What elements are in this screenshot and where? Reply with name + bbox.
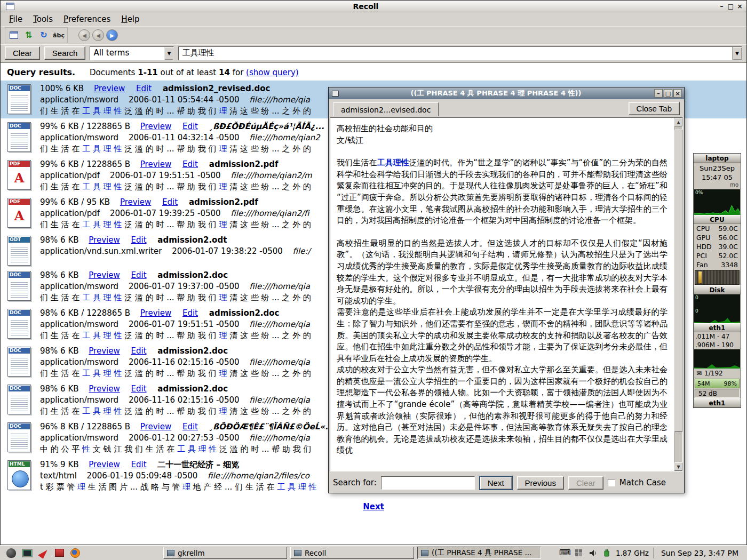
file-type-label: DOC [9, 272, 30, 278]
table-view-button[interactable] [7, 28, 21, 42]
edit-link[interactable]: Edit [131, 460, 147, 469]
preview-link[interactable]: Preview [140, 159, 171, 169]
edit-link[interactable]: Edit [131, 235, 147, 245]
preview-link[interactable]: Preview [94, 84, 125, 93]
keyboard-icon[interactable]: ⌨ [560, 548, 570, 558]
quill-launcher-icon[interactable] [37, 547, 49, 559]
highlighted-term: 性 [82, 444, 90, 454]
preview-link[interactable]: Preview [120, 197, 151, 207]
edit-link[interactable]: Edit [182, 122, 198, 131]
window-menu-icon[interactable] [6, 3, 14, 10]
taskbar-window-button[interactable]: ((工 PHRASE 4 具 PHRASE ... [417, 547, 541, 559]
preview-link[interactable]: Preview [140, 308, 171, 318]
preview-link[interactable]: Preview [89, 346, 120, 356]
close-tab-button[interactable]: Close Tab [629, 102, 680, 115]
show-query-link[interactable]: (show query) [246, 68, 299, 77]
preview-minimize-button[interactable]: – [654, 89, 663, 98]
snippet-segment: 们 生 活 在 [40, 406, 82, 416]
highlighted-term: 工 具 理 性 [277, 482, 316, 492]
preview-tab[interactable]: admission2...evised.doc [333, 102, 439, 116]
highlighted-term: 理 [219, 220, 227, 229]
window-titlebar[interactable]: Recoll – □ × [1, 1, 746, 12]
scroll-up-icon[interactable]: ▲ [674, 118, 682, 126]
search-button[interactable]: Search [44, 46, 86, 60]
maximize-button[interactable]: □ [726, 2, 735, 11]
highlighted-term: 理 [219, 106, 227, 116]
next-results-link[interactable]: Next [363, 502, 384, 511]
menu-item-preferences[interactable]: Preferences [58, 13, 116, 26]
snippet-segment: 们 生 活 在 [40, 369, 82, 378]
result-date: 2006-01-07 19:38:22 -0500 [172, 246, 283, 256]
edit-link[interactable]: Edit [131, 270, 147, 280]
workspace-grid-icon[interactable] [574, 548, 584, 558]
close-button[interactable]: × [735, 2, 744, 11]
gkrellm-temps: CPU59.0CGPU56.0CHDD39.0CPCI52.0CFan3348 [694, 224, 741, 269]
result-url: file:///home/qian2 [249, 133, 320, 142]
find-input[interactable] [381, 476, 475, 490]
firefox-launcher-icon[interactable] [69, 547, 81, 559]
menu-item-tools[interactable]: Tools [28, 13, 58, 26]
menu-item-file[interactable]: File [4, 13, 28, 26]
result-url: file:///home/qian2/files/co [208, 471, 309, 481]
first-page-button[interactable]: ◀ [78, 29, 90, 41]
preview-link[interactable]: Preview [89, 384, 120, 394]
preview-titlebar[interactable]: ((工 PHRASE 4 具 PHRASE 4 理 PHRASE 4 性)) –… [329, 87, 684, 99]
sensor-row: Fan3348 [694, 260, 741, 269]
preview-scrollbar[interactable]: ▲ ▼ [674, 118, 682, 471]
edit-link[interactable]: Edit [162, 197, 178, 207]
highlighted-term: 工 具 理 性 [82, 144, 122, 154]
edit-link[interactable]: Edit [182, 159, 198, 169]
snippet-segment: 泛 滥 的 时 ... 帮 助 我 们 [122, 293, 219, 302]
match-case-checkbox[interactable] [608, 479, 615, 486]
next-page-button[interactable]: ▶ [106, 29, 118, 41]
chevron-down-icon[interactable]: ▼ [732, 47, 742, 60]
preview-link[interactable]: Preview [140, 422, 171, 431]
find-next-button[interactable]: Next [479, 476, 513, 490]
term-explorer-button[interactable]: âbç [52, 28, 66, 42]
file-type-label: ODT [9, 237, 30, 243]
terminal-launcher-icon[interactable] [21, 547, 33, 559]
clear-button[interactable]: Clear [5, 46, 40, 60]
preview-window-title: ((工 PHRASE 4 具 PHRASE 4 理 PHRASE 4 性)) [339, 89, 653, 98]
preview-maximize-button[interactable]: □ [664, 89, 672, 98]
sort-button[interactable]: ⇅ [22, 28, 36, 42]
sensor-name: GPU [696, 233, 710, 242]
preview-link[interactable]: Preview [89, 235, 120, 245]
scrollbar-thumb[interactable] [674, 130, 682, 432]
doc-file-icon: DOC [7, 271, 31, 301]
disk-section-header: Disk [694, 285, 741, 294]
edit-link[interactable]: Edit [136, 84, 152, 93]
snippet-segment: 泛 滥 的 时 ... 帮 助 我 们 [122, 144, 219, 154]
preview-link[interactable]: Preview [89, 270, 120, 280]
update-index-button[interactable]: ↻ [37, 28, 51, 42]
preview-link[interactable]: Preview [140, 122, 171, 131]
minimize-button[interactable]: – [717, 2, 726, 11]
package-launcher-icon[interactable] [53, 547, 65, 559]
preview-link[interactable]: Preview [89, 460, 120, 469]
find-previous-button[interactable]: Previous [517, 476, 564, 490]
taskbar-window-button[interactable]: Recoll [290, 547, 414, 559]
query-combobox[interactable]: ▼ [178, 46, 742, 60]
window-thumbnail-icon [167, 550, 174, 556]
result-date: 2006-01-11 04:32:14 -0500 [129, 133, 240, 142]
find-clear-button[interactable]: Clear [568, 476, 603, 490]
menu-item-help[interactable]: Help [116, 13, 145, 26]
snippet-segment: 生 活 图 片 ... 战 略 与 管 [85, 482, 182, 492]
query-input[interactable] [179, 47, 732, 60]
speaker-icon[interactable] [588, 548, 598, 558]
previous-page-button[interactable]: ◀ [92, 29, 104, 41]
edit-link[interactable]: Edit [182, 422, 198, 431]
power-plug-icon[interactable] [602, 548, 611, 558]
taskbar-window-button[interactable]: gkrellm [163, 547, 287, 559]
chevron-down-icon[interactable]: ▼ [164, 47, 173, 60]
edit-link[interactable]: Edit [131, 384, 147, 394]
edit-link[interactable]: Edit [131, 346, 147, 356]
preview-window-icon [332, 91, 339, 97]
gnome-menu-launcher-icon[interactable] [5, 547, 17, 559]
preview-close-button[interactable]: × [673, 89, 682, 98]
search-mode-select[interactable]: All terms ▼ [90, 46, 174, 60]
preview-paragraph: 高校招生最明显的目的当然是选拔人才。但这选拔人才的目标却不仅仅是人们假定“因材施… [337, 238, 667, 307]
edit-link[interactable]: Edit [182, 308, 198, 318]
text-run: 泛滥的时代。作为“世之显学”的诸种以“事实”与“价值”的二分为荣的自然科学和社会… [337, 158, 667, 225]
scroll-down-icon[interactable]: ▼ [674, 462, 682, 471]
